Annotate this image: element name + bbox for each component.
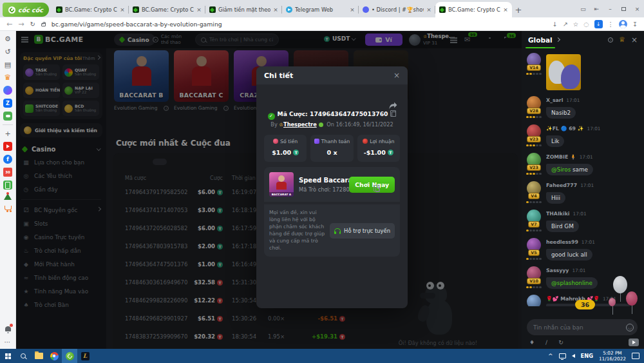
browser-tab[interactable]: BC.Game: Crypto Casino Gam × [129, 2, 205, 17]
chat-username[interactable]: Sassyyy [546, 268, 569, 273]
trophy-icon[interactable]: ♕ [619, 36, 625, 43]
user-profile[interactable]: ♔Thespe...VIP 31 [409, 34, 455, 46]
game-card[interactable]: BACCARAT C Evolution Gamingi [174, 50, 229, 111]
chat-close-icon[interactable]: × [631, 36, 638, 44]
sidebar-nav-item[interactable]: ▦ Lựa chọn cho bạn [20, 155, 102, 169]
avatar[interactable] [527, 295, 541, 306]
language-indicator[interactable]: ENG [581, 353, 593, 359]
sidebar-nav-item[interactable]: ▣ Slots [20, 217, 102, 230]
tab-close-icon[interactable]: × [196, 6, 202, 13]
referral-button[interactable]: Giới thiệu và kiếm tiền [20, 123, 102, 137]
taskbar-search-icon[interactable] [15, 349, 31, 363]
chat-username[interactable]: Faheed777 [546, 182, 577, 188]
transactions-icon[interactable] [450, 37, 457, 39]
copy-icon[interactable] [392, 112, 396, 117]
vip-card[interactable]: QUAYSẵn thưởng [62, 64, 99, 80]
league-of-legends-icon[interactable]: L [77, 349, 93, 363]
network-icon[interactable] [559, 353, 566, 358]
chat-tab-global[interactable]: Global [528, 36, 553, 44]
mail-icon[interactable]: ✉99 [464, 36, 470, 43]
vip-card[interactable]: TASKSẵn thưởng [23, 64, 60, 80]
bet-author-name[interactable]: Thespectre [283, 121, 317, 128]
slash-command-icon[interactable]: ∕ [545, 339, 547, 346]
currency-selector[interactable]: T USDT [324, 35, 355, 42]
sidebar-nav-item[interactable]: ◎ Các Yêu thích [20, 169, 102, 182]
play-now-button[interactable]: Chơi Ngay [349, 177, 395, 193]
adblock-icon[interactable]: ◌ [583, 21, 589, 28]
browser-tab[interactable]: BC.Game: Crypto Casino Gam × [435, 2, 512, 17]
chat-username[interactable]: ✨FL 🔵 69 ✨ [546, 126, 583, 132]
back-button[interactable]: ← [6, 21, 12, 28]
lock-icon[interactable] [41, 23, 46, 26]
bets-tab[interactable] [132, 159, 146, 165]
sidebar-nav-item[interactable]: ◷ Gần đây [20, 182, 102, 196]
add-icon[interactable]: + [3, 129, 12, 138]
info-icon[interactable]: i [164, 106, 169, 111]
wallet-button[interactable]: Ví [365, 34, 402, 46]
save-icon[interactable]: ↓ [553, 21, 558, 28]
share-icon[interactable]: ↗ [563, 21, 568, 28]
game-card[interactable]: BACCARAT B Evolution Gamingi [114, 50, 169, 111]
info-icon[interactable]: i [608, 37, 613, 43]
more-icon[interactable]: ⋯ [3, 337, 12, 346]
unread-count-badge[interactable]: 36 [575, 300, 595, 309]
sidebar-nav-item[interactable]: ★ Tính năng Mua vào [20, 284, 102, 298]
send-button[interactable] [629, 338, 639, 346]
bets-tab[interactable] [153, 159, 167, 165]
tab-close-icon[interactable]: × [426, 6, 431, 13]
tab-preview-icon[interactable]: ▭ [576, 0, 590, 17]
hat-icon[interactable] [4, 193, 12, 200]
start-button[interactable] [0, 349, 15, 363]
refresh-icon[interactable]: ↻ [558, 339, 564, 346]
tab-close-icon[interactable]: × [503, 6, 508, 13]
action-center-icon[interactable] [632, 353, 639, 359]
browser-tab[interactable]: Giảm tiền mặt theo tiến hóa! × [205, 2, 282, 17]
sidebar-nav-item[interactable]: ♠ Trò chơi Bàn [20, 298, 102, 311]
info-icon[interactable]: i [223, 106, 229, 111]
emoji-icon[interactable]: ◡ [626, 324, 634, 331]
chat-username[interactable]: X_sarl [546, 97, 563, 103]
volume-icon[interactable] [572, 354, 575, 358]
browser-tab[interactable]: BC.Game: Crypto Casino Gam × [52, 2, 129, 17]
crown-icon[interactable]: ♛ [3, 73, 12, 82]
games-icon[interactable] [3, 112, 12, 121]
battery-icon[interactable] [3, 181, 12, 190]
maximize-button[interactable] [617, 0, 630, 17]
search-input[interactable] [209, 37, 273, 43]
history-icon[interactable]: ↺ [3, 47, 12, 56]
chrome-icon[interactable] [46, 349, 62, 363]
url-text[interactable]: bc.game/vi/game/speed-baccarat-a-by-evol… [52, 21, 547, 28]
youtube-icon[interactable] [3, 142, 12, 151]
downloads-tray-icon[interactable]: ↧ [632, 21, 638, 28]
reload-button[interactable]: ↻ [30, 21, 35, 28]
vip-card[interactable]: NẠP LẠIVIP 22 [62, 83, 99, 98]
vip-card[interactable]: HOÀN TIỀN XẤU [23, 83, 60, 98]
live-support-button[interactable]: Hỗ trợ trực tuyến [330, 223, 395, 239]
restore-tab-icon[interactable]: ⇤ [590, 0, 603, 17]
profile-avatar-icon[interactable] [619, 20, 627, 28]
browser-tab[interactable]: • Discord | #🏆show-off-you × [359, 2, 435, 17]
tab-close-icon[interactable]: × [120, 6, 125, 13]
bell-icon[interactable] [3, 324, 12, 333]
sidebar-nav-item[interactable]: ◆ Mới Phát hành [20, 257, 102, 271]
vip-card[interactable]: SHITCODESẵn thưởng [23, 101, 60, 116]
tab-close-icon[interactable]: × [350, 6, 355, 13]
bets-tab[interactable] [173, 159, 187, 165]
browser-tab[interactable]: Telegram Web × [282, 2, 359, 17]
chat-username[interactable]: THAIkiki [546, 211, 570, 217]
sidebar-nav-item[interactable]: ◉ Casino Trực tuyến [20, 230, 102, 244]
forward-button[interactable]: → [18, 21, 24, 28]
messenger-icon[interactable] [3, 86, 12, 95]
new-tab-button[interactable]: + [512, 3, 525, 17]
sidebar-nav-item[interactable]: ⚂ BC Nguyên gốc [20, 203, 102, 217]
copy-icon[interactable] [375, 187, 380, 192]
tray-expand-icon[interactable]: ^ [548, 353, 553, 359]
hamburger-menu-icon[interactable] [21, 37, 28, 38]
coccoc-taskbar-icon[interactable] [62, 349, 77, 363]
bookmark-star-icon[interactable]: ☆ [573, 21, 579, 28]
vip-more-link[interactable]: Thêm [82, 56, 99, 61]
calendar-icon[interactable]: 30 [3, 168, 12, 177]
chat-username[interactable]: ZOMBIE 🧍 [546, 154, 576, 160]
clock[interactable]: 5:02 PM11/16/2022 [599, 350, 626, 362]
sidebar-nav-item[interactable]: ≈ Tính biến động cao [20, 271, 102, 284]
